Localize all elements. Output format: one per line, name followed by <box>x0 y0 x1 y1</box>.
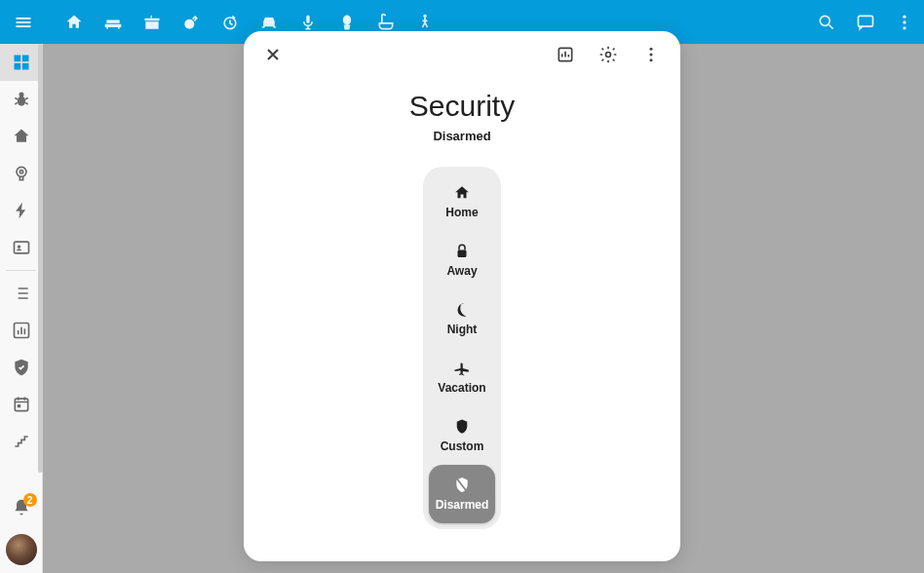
chat-button[interactable] <box>854 11 877 34</box>
arm-option-disarmed[interactable]: Disarmed <box>429 465 495 523</box>
sidebar-item-energy[interactable] <box>0 192 42 229</box>
top-tabs <box>62 11 437 34</box>
svg-rect-23 <box>15 399 27 411</box>
svg-rect-12 <box>22 63 29 70</box>
tab-living[interactable] <box>101 11 125 34</box>
gear-icon <box>598 45 618 64</box>
svg-rect-2 <box>306 15 309 22</box>
chart-box-icon <box>556 45 575 64</box>
chat-icon <box>856 13 875 32</box>
shield-icon <box>453 418 471 436</box>
airplane-icon <box>453 360 471 377</box>
svg-point-14 <box>18 96 25 106</box>
modal-header <box>244 31 680 78</box>
moon-icon <box>453 301 471 319</box>
user-avatar[interactable] <box>6 534 37 565</box>
gift-icon <box>142 13 162 32</box>
person-walk-icon <box>415 13 435 32</box>
car-icon <box>258 13 280 32</box>
sidebar-item-stairs[interactable] <box>0 423 42 460</box>
tab-bomb[interactable] <box>179 11 203 34</box>
svg-rect-30 <box>458 250 467 258</box>
tab-timer[interactable] <box>218 11 242 34</box>
tab-person[interactable] <box>413 11 437 34</box>
arm-option-label: Disarmed <box>436 498 489 512</box>
menu-button[interactable] <box>8 7 39 38</box>
arm-option-home[interactable]: Home <box>429 172 495 231</box>
search-button[interactable] <box>815 11 838 34</box>
sidebar-item-house[interactable] <box>0 118 42 155</box>
sidebar-item-ideas[interactable] <box>0 155 42 192</box>
svg-rect-11 <box>15 63 21 70</box>
sidebar-item-calendar[interactable] <box>0 386 42 423</box>
modal-body: Security Disarmed Home Away Night Vacati… <box>244 78 680 529</box>
arm-option-night[interactable]: Night <box>429 289 495 348</box>
notifications-button[interactable]: 2 <box>0 489 43 526</box>
tab-plant[interactable] <box>335 11 359 34</box>
sidebar-item-stats[interactable] <box>0 312 42 349</box>
notifications-badge: 2 <box>23 493 37 507</box>
svg-point-26 <box>606 53 611 57</box>
top-right-actions <box>815 11 916 34</box>
arm-option-label: Home <box>445 206 478 219</box>
lock-icon <box>453 243 471 260</box>
svg-point-29 <box>650 58 653 61</box>
flash-icon <box>12 201 31 220</box>
svg-rect-17 <box>15 242 29 253</box>
more-vert-icon <box>641 45 661 64</box>
tab-home[interactable] <box>62 11 86 34</box>
tab-bath[interactable] <box>374 11 398 34</box>
svg-point-27 <box>650 48 653 51</box>
close-icon <box>263 45 283 64</box>
search-icon <box>817 13 836 32</box>
user-card-icon <box>12 238 31 257</box>
mic-icon <box>298 13 318 32</box>
plant-icon <box>337 13 357 32</box>
sidebar: 2 <box>0 44 43 573</box>
head-icon <box>12 164 31 183</box>
svg-point-0 <box>184 19 194 28</box>
arm-option-label: Custom <box>441 439 484 453</box>
dashboard-icon <box>12 53 31 72</box>
home-icon <box>453 184 471 202</box>
svg-point-18 <box>18 246 20 248</box>
bath-icon <box>375 13 397 32</box>
tab-car[interactable] <box>257 11 281 34</box>
svg-rect-22 <box>24 328 26 334</box>
shield-check-icon <box>12 358 31 377</box>
bug-icon <box>12 90 31 109</box>
tab-mic[interactable] <box>296 11 320 34</box>
sidebar-item-security[interactable] <box>0 349 42 386</box>
more-vert-icon <box>895 13 914 32</box>
arm-option-custom[interactable]: Custom <box>429 406 495 465</box>
arm-option-vacation[interactable]: Vacation <box>429 348 495 406</box>
close-button[interactable] <box>255 37 290 72</box>
sidebar-item-list[interactable] <box>0 275 42 312</box>
more-button[interactable] <box>893 11 916 34</box>
shield-off-icon <box>453 477 471 494</box>
arm-option-label: Night <box>447 323 478 336</box>
list-icon <box>12 284 31 303</box>
history-button[interactable] <box>548 37 583 72</box>
settings-button[interactable] <box>591 37 626 72</box>
arm-option-away[interactable]: Away <box>429 231 495 289</box>
tab-gift[interactable] <box>140 11 164 34</box>
modal-title: Security <box>244 90 680 123</box>
svg-rect-24 <box>18 404 20 407</box>
stairs-icon <box>12 432 31 451</box>
arm-option-label: Away <box>446 264 477 278</box>
sidebar-item-users[interactable] <box>0 229 42 266</box>
menu-icon <box>14 13 33 32</box>
svg-rect-20 <box>18 330 19 334</box>
modal-subtitle: Disarmed <box>244 129 680 143</box>
svg-point-4 <box>820 16 829 25</box>
chart-icon <box>12 321 31 340</box>
modal-more-button[interactable] <box>634 37 669 72</box>
svg-point-6 <box>903 15 905 18</box>
sidebar-item-dashboard[interactable] <box>0 44 42 81</box>
arm-options: Home Away Night Vacation Custom Disarmed <box>423 167 501 529</box>
sidebar-item-bugs[interactable] <box>0 81 42 118</box>
arm-option-label: Vacation <box>438 381 485 395</box>
svg-rect-21 <box>20 327 22 335</box>
svg-point-8 <box>903 26 905 29</box>
